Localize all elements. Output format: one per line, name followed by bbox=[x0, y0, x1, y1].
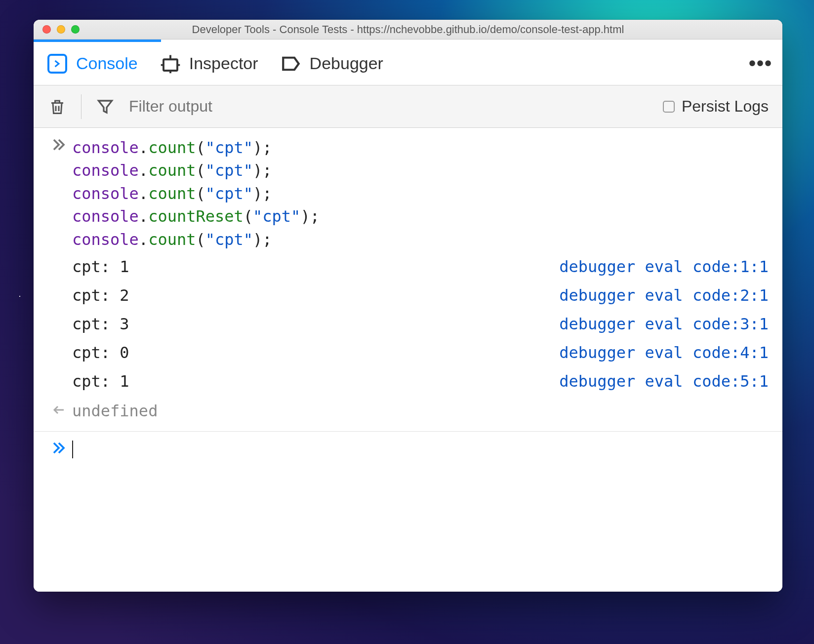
input-chevron-icon bbox=[45, 136, 72, 251]
checkbox-icon[interactable] bbox=[663, 101, 675, 113]
persist-logs-toggle[interactable]: Persist Logs bbox=[663, 97, 769, 116]
clear-icon[interactable] bbox=[47, 97, 67, 117]
log-row: cpt: 3debugger eval code:3:1 bbox=[34, 310, 782, 338]
code-line: console.count("cpt"); bbox=[72, 159, 769, 182]
tab-debugger[interactable]: Debugger bbox=[280, 53, 383, 75]
return-value: undefined bbox=[72, 402, 158, 420]
log-message: cpt: 1 bbox=[72, 257, 129, 276]
log-source-link[interactable]: debugger eval code:3:1 bbox=[559, 315, 769, 333]
inspector-icon bbox=[160, 53, 181, 75]
more-tools-icon[interactable]: ••• bbox=[749, 52, 773, 75]
window-title: Developer Tools - Console Tests - https:… bbox=[34, 23, 782, 36]
tool-tabs: Console Inspector Debugger ••• bbox=[34, 42, 782, 85]
tab-inspector[interactable]: Inspector bbox=[160, 53, 258, 75]
close-icon[interactable] bbox=[42, 25, 51, 34]
log-row: cpt: 0debugger eval code:4:1 bbox=[34, 338, 782, 367]
separator bbox=[81, 94, 81, 119]
input-code: console.count("cpt");console.count("cpt"… bbox=[72, 136, 769, 251]
return-row: undefined bbox=[34, 396, 782, 426]
return-arrow-icon bbox=[45, 402, 72, 419]
log-message: cpt: 1 bbox=[72, 372, 129, 391]
log-message: cpt: 0 bbox=[72, 343, 129, 362]
zoom-icon[interactable] bbox=[71, 25, 80, 34]
tab-label: Debugger bbox=[310, 54, 383, 73]
text-cursor bbox=[72, 441, 73, 458]
code-line: console.count("cpt"); bbox=[72, 136, 769, 159]
tab-console[interactable]: Console bbox=[46, 53, 138, 75]
devtools-window: Developer Tools - Console Tests - https:… bbox=[34, 20, 782, 592]
code-line: console.count("cpt"); bbox=[72, 182, 769, 205]
log-source-link[interactable]: debugger eval code:4:1 bbox=[559, 343, 769, 362]
log-row: cpt: 1debugger eval code:5:1 bbox=[34, 367, 782, 396]
traffic-lights bbox=[34, 25, 80, 34]
log-row: cpt: 2debugger eval code:2:1 bbox=[34, 281, 782, 310]
prompt-chevron-icon bbox=[45, 441, 72, 459]
log-source-link[interactable]: debugger eval code:1:1 bbox=[559, 257, 769, 276]
log-source-link[interactable]: debugger eval code:2:1 bbox=[559, 286, 769, 305]
tab-label: Console bbox=[76, 54, 138, 73]
log-message: cpt: 2 bbox=[72, 286, 129, 305]
console-prompt[interactable] bbox=[34, 432, 782, 470]
log-source-link[interactable]: debugger eval code:5:1 bbox=[559, 372, 769, 391]
svg-rect-0 bbox=[163, 59, 177, 71]
minimize-icon[interactable] bbox=[57, 25, 65, 34]
code-line: console.countReset("cpt"); bbox=[72, 205, 769, 228]
titlebar[interactable]: Developer Tools - Console Tests - https:… bbox=[34, 20, 782, 40]
input-echo-row: console.count("cpt");console.count("cpt"… bbox=[34, 135, 782, 252]
tab-label: Inspector bbox=[189, 54, 258, 73]
console-output[interactable]: console.count("cpt");console.count("cpt"… bbox=[34, 128, 782, 592]
filter-icon[interactable] bbox=[95, 97, 115, 117]
log-message: cpt: 3 bbox=[72, 315, 129, 333]
filter-input[interactable] bbox=[129, 97, 649, 116]
debugger-icon bbox=[280, 53, 302, 75]
log-row: cpt: 1debugger eval code:1:1 bbox=[34, 252, 782, 281]
console-toolbar: Persist Logs bbox=[34, 85, 782, 128]
persist-label: Persist Logs bbox=[682, 97, 769, 116]
console-icon bbox=[46, 53, 68, 75]
code-line: console.count("cpt"); bbox=[72, 228, 769, 251]
